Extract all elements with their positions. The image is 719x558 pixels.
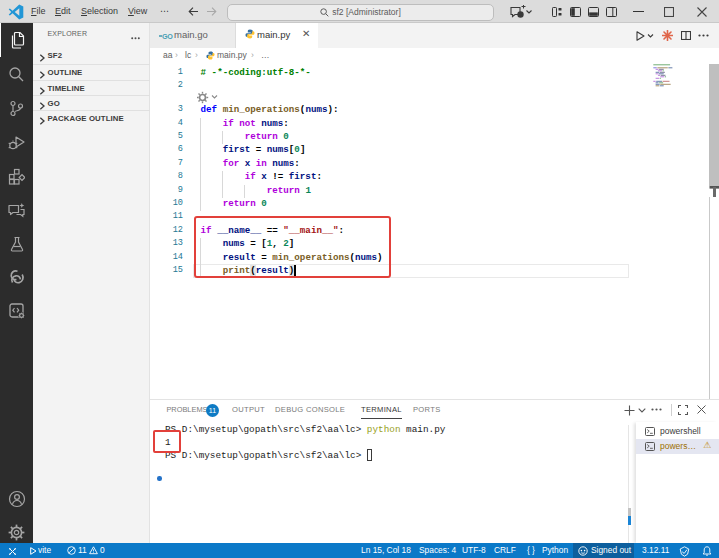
svg-text:GO: GO	[162, 31, 173, 40]
